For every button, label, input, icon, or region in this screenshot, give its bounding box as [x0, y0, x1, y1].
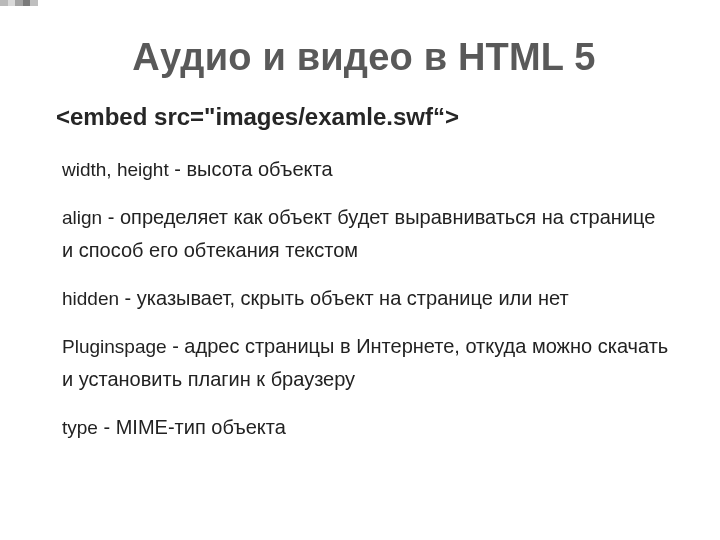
- attr-desc: - определяет как объект будет выравниват…: [62, 206, 655, 260]
- attr-name: width, height: [62, 159, 169, 180]
- slide-title: Аудио и видео в HTML 5: [56, 36, 672, 79]
- accent-stripe: [0, 0, 38, 6]
- attr-item: Pluginspage - адрес страницы в Интернете…: [62, 330, 672, 394]
- attr-name: type: [62, 417, 98, 438]
- attr-name: Pluginspage: [62, 336, 167, 357]
- attr-desc: - указывает, скрыть объект на странице и…: [119, 287, 569, 309]
- attr-desc: - высота объекта: [169, 158, 333, 180]
- slide: Аудио и видео в HTML 5 <embed src="image…: [0, 0, 720, 540]
- attr-name: align: [62, 207, 102, 228]
- attr-item: type - MIME-тип объекта: [62, 411, 672, 443]
- attribute-list: width, height - высота объекта align - о…: [56, 153, 672, 443]
- attr-item: hidden - указывает, скрыть объект на стр…: [62, 282, 672, 314]
- attr-name: hidden: [62, 288, 119, 309]
- attr-desc: - MIME-тип объекта: [98, 416, 286, 438]
- code-example: <embed src="images/examle.swf“>: [56, 103, 672, 131]
- attr-item: align - определяет как объект будет выра…: [62, 201, 672, 265]
- attr-item: width, height - высота объекта: [62, 153, 672, 185]
